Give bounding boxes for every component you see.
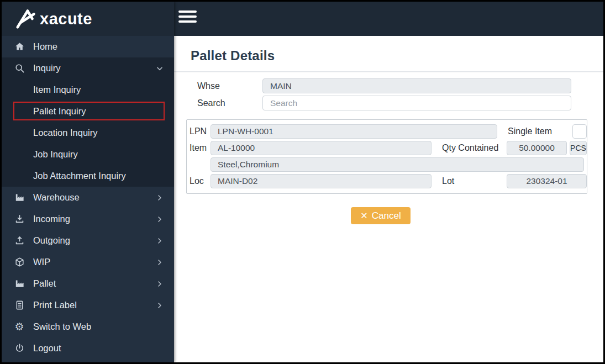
gear-icon: ⚙ (14, 321, 25, 333)
chevron-right-icon (155, 258, 164, 267)
upload-icon (14, 235, 25, 246)
sidebar: xacute Home Inquiry (2, 2, 174, 362)
logo: xacute (2, 2, 174, 36)
lot-field (507, 174, 587, 188)
pallet-details-panel: LPN Single Item Item Qty Contained PCS (186, 119, 587, 194)
sidebar-item-item-inquiry[interactable]: Item Inquiry (2, 79, 174, 101)
search-icon (14, 63, 25, 74)
title-block: Pallet Details (174, 36, 603, 72)
home-icon (14, 41, 25, 52)
main-area: Pallet Details Whse Search LPN Single It… (174, 2, 603, 362)
sidebar-item-warehouse[interactable]: Warehouse (2, 187, 174, 208)
search-label: Search (191, 98, 262, 108)
hamburger-menu-icon[interactable] (177, 7, 196, 27)
sidebar-group-inquiry: Inquiry Item Inquiry Pallet Inquiry Loca… (2, 57, 174, 187)
sidebar-item-outgoing[interactable]: Outgoing (2, 230, 174, 251)
sidebar-item-inquiry[interactable]: Inquiry (2, 57, 174, 79)
cancel-button[interactable]: ✕ Cancel (351, 207, 410, 224)
cube-icon (14, 257, 25, 268)
whse-label: Whse (191, 81, 262, 91)
lpn-field (211, 124, 497, 139)
search-input[interactable] (262, 96, 571, 110)
sidebar-item-pallet-inquiry[interactable]: Pallet Inquiry (2, 101, 174, 122)
single-item-checkbox[interactable] (572, 124, 587, 139)
item-label: Item (190, 143, 211, 153)
close-icon: ✕ (360, 212, 367, 220)
chevron-right-icon (155, 236, 164, 245)
app-window: xacute Home Inquiry (0, 0, 605, 364)
download-icon (14, 214, 25, 225)
sidebar-item-location-inquiry[interactable]: Location Inquiry (2, 122, 174, 144)
uom-badge: PCS (570, 141, 587, 155)
single-item-label: Single Item (508, 126, 572, 136)
chevron-right-icon (155, 279, 164, 288)
sidebar-item-switch-to-web[interactable]: ⚙ Switch to Web (2, 316, 174, 337)
page-title: Pallet Details (191, 48, 603, 64)
loc-field (211, 174, 432, 188)
factory-icon (14, 278, 25, 289)
chevron-right-icon (155, 193, 164, 202)
lot-label: Lot (442, 176, 507, 186)
chevron-right-icon (155, 215, 164, 224)
sidebar-item-print-label[interactable]: Print Label (2, 294, 174, 316)
content: Pallet Details Whse Search LPN Single It… (174, 36, 603, 362)
sidebar-item-logout[interactable]: Logout (2, 337, 174, 359)
sidebar-item-home[interactable]: Home (2, 36, 174, 57)
sidebar-item-pallet[interactable]: Pallet (2, 273, 174, 294)
sidebar-nav: Home Inquiry Item Inquiry (2, 36, 174, 362)
logo-text: xacute (40, 10, 92, 28)
factory-icon (14, 192, 25, 203)
power-icon (14, 343, 25, 354)
topbar (174, 2, 603, 36)
item-field (211, 141, 432, 155)
document-icon (14, 300, 25, 311)
search-form: Whse Search (174, 72, 603, 110)
chevron-right-icon (155, 301, 164, 310)
chevron-down-icon (155, 64, 164, 73)
axacute-logo-icon (15, 7, 38, 30)
sidebar-item-wip[interactable]: WIP (2, 251, 174, 273)
lpn-label: LPN (190, 126, 211, 136)
sidebar-item-job-inquiry[interactable]: Job Inquiry (2, 144, 174, 165)
whse-field (262, 78, 571, 93)
qty-contained-field (507, 141, 567, 155)
item-description-field (211, 157, 584, 172)
loc-label: Loc (190, 176, 211, 186)
qty-contained-label: Qty Contained (442, 143, 507, 153)
actions: ✕ Cancel (174, 207, 587, 224)
sidebar-item-incoming[interactable]: Incoming (2, 208, 174, 230)
sidebar-item-job-attachment-inquiry[interactable]: Job Attachment Inquiry (2, 165, 174, 187)
